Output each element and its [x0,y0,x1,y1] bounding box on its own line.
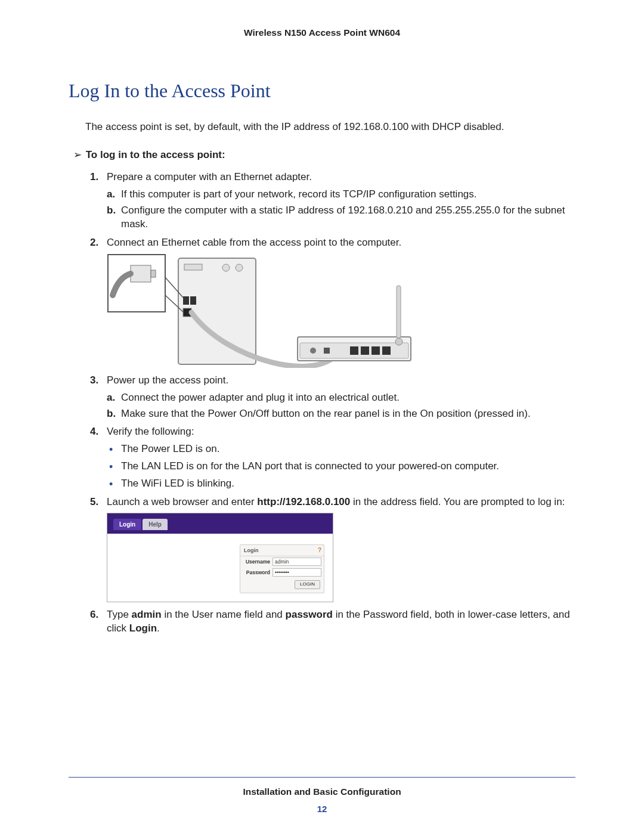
substep-letter: b. [107,204,116,218]
t2: in the User name field and [162,609,286,620]
procedure-heading: ➢ To log in to the access point: [73,148,575,162]
password-word: password [286,609,333,620]
substep-text: Configure the computer with a static IP … [121,205,565,230]
footer-page-number: 12 [69,803,575,815]
procedure-label: To log in to the access point: [86,149,225,160]
password-label: Password [243,569,270,576]
step-number: 5. [90,496,98,509]
svg-point-14 [310,348,316,354]
help-icon: ? [318,546,321,555]
svg-point-6 [236,264,243,271]
step-3: 3. Power up the access point. a. Connect… [90,374,575,421]
tab-login: Login [113,519,141,531]
step-3a: a. Connect the power adapter and plug it… [107,391,575,405]
login-panel-title: Login ? [240,545,324,556]
section-title: Log In to the Access Point [69,78,575,104]
step-5: 5. Launch a web browser and enter http:/… [90,496,575,602]
step-text: Power up the access point. [107,374,228,386]
svg-rect-1 [131,265,151,282]
substep-letter: a. [107,391,115,405]
footer-rule [69,777,575,778]
login-url: http://192.168.0.100 [257,496,350,507]
step-text-post: in the address field. You are prompted t… [350,496,565,507]
step-number: 4. [90,425,98,439]
login-tabbar: Login Help [107,513,333,534]
step-4: 4. Verify the following: The Power LED i… [90,425,575,491]
product-name: Wireless N150 Access Point WN604 [244,27,400,38]
password-row: Password •••••••• [240,567,324,578]
username-field: admin [273,558,321,566]
svg-rect-20 [397,286,401,338]
footer-chapter: Installation and Basic Configuration [69,786,575,798]
substep-text: If this computer is part of your network… [121,188,477,200]
substep-letter: b. [107,407,116,421]
login-body: Login ? Username admin Password ••••••••… [107,534,333,602]
step-number: 3. [90,374,98,388]
step-1b: b. Configure the computer with a static … [107,204,575,231]
connection-diagram [107,253,417,368]
login-button: LOGIN [295,580,320,589]
page-footer: Installation and Basic Configuration 12 [69,777,575,815]
password-field: •••••••• [273,568,321,577]
bullet-power-led: The Power LED is on. [107,442,575,456]
bullet-wifi-led: The WiFi LED is blinking. [107,477,575,491]
admin-word: admin [132,609,162,620]
diagram-svg [107,253,417,368]
svg-rect-4 [184,264,202,270]
svg-rect-8 [190,296,196,305]
step-3b: b. Make sure that the Power On/Off butto… [107,407,575,421]
svg-rect-15 [324,348,330,354]
substep-text: Make sure that the Power On/Off button o… [121,408,531,419]
login-word: Login [129,623,157,634]
step-text: Connect an Ethernet cable from the acces… [107,237,401,248]
t1: Type [107,609,132,620]
svg-rect-16 [350,346,358,355]
arrow-icon: ➢ [73,148,83,162]
step-6: 6. Type admin in the User name field and… [90,608,575,636]
login-panel: Login ? Username admin Password ••••••••… [240,544,324,593]
step-number: 1. [90,171,98,184]
t4: . [157,623,160,634]
svg-rect-17 [361,346,369,355]
page-header: Wireless N150 Access Point WN604 [69,27,575,39]
svg-rect-18 [371,346,380,355]
svg-rect-2 [151,270,156,277]
svg-rect-7 [183,296,189,305]
substep-letter: a. [107,188,115,202]
step-number: 6. [90,608,98,622]
substep-text: Connect the power adapter and plug it in… [121,392,400,403]
login-screenshot: Login Help Login ? Username admin [107,513,333,602]
login-panel-title-text: Login [244,547,259,553]
step-text: Prepare a computer with an Ethernet adap… [107,171,312,182]
step-2: 2. Connect an Ethernet cable from the ac… [90,236,575,368]
bullet-lan-led: The LAN LED is on for the LAN port that … [107,460,575,473]
tab-help: Help [143,519,168,531]
step-1: 1. Prepare a computer with an Ethernet a… [90,171,575,231]
intro-paragraph: The access point is set, by default, wit… [85,120,575,134]
username-label: Username [243,559,270,565]
svg-point-21 [395,338,402,345]
svg-rect-19 [382,346,391,355]
step-number: 2. [90,236,98,250]
step-1a: a. If this computer is part of your netw… [107,188,575,202]
username-row: Username admin [240,556,324,567]
step-text-pre: Launch a web browser and enter [107,496,257,507]
step-text: Verify the following: [107,426,194,437]
svg-point-5 [222,264,230,271]
